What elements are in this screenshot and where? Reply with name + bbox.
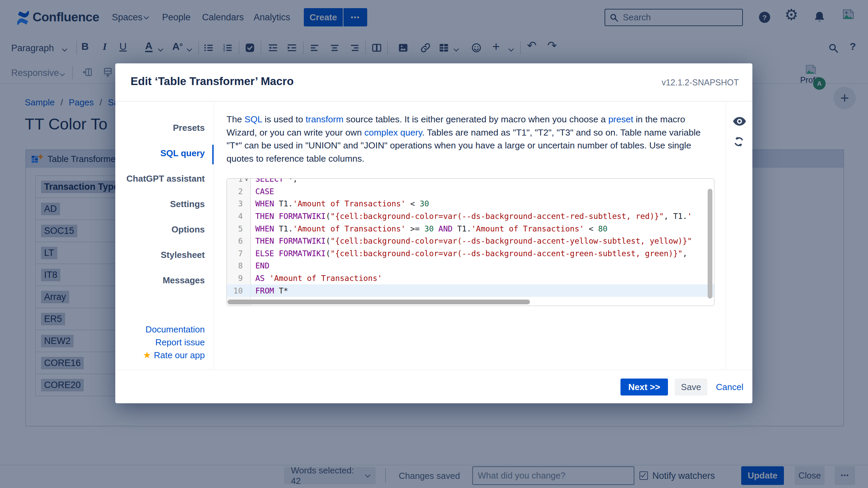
vertical-scrollbar-thumb[interactable] [708, 189, 712, 299]
documentation-link[interactable]: Documentation [115, 324, 214, 335]
code-lines: 1∨SELECT *,2CASE3WHEN T1.'Amount of Tran… [227, 178, 714, 297]
confluence-page: Confluence Spaces People Calendars Analy… [0, 0, 868, 488]
horizontal-scrollbar-thumb[interactable] [228, 300, 530, 304]
tab-chatgpt-assistant[interactable]: ChatGPT assistant [115, 174, 214, 184]
active-tab-indicator [212, 145, 214, 164]
dialog-version: v12.1.2-SNAPSHOT [662, 78, 739, 87]
code-line: 10FROM T* [227, 284, 714, 297]
rate-our-app-link[interactable]: ★Rate our app [115, 350, 214, 361]
tab-messages[interactable]: Messages [115, 275, 214, 286]
tab-presets[interactable]: Presets [115, 123, 214, 133]
description-link[interactable]: transform [305, 114, 343, 124]
code-line: 8END [227, 260, 714, 272]
code-line: 7ELSE FORMATWIKI("{cell:background-color… [227, 247, 714, 260]
code-line: 3WHEN T1.'Amount of Transactions' < 30 [227, 198, 714, 210]
cancel-button[interactable]: Cancel [713, 379, 747, 395]
report-issue-link[interactable]: Report issue [115, 337, 214, 348]
code-line: 4THEN FORMATWIKI("{cell:background-color… [227, 210, 714, 223]
sql-code-editor[interactable]: 1∨SELECT *,2CASE3WHEN T1.'Amount of Tran… [226, 178, 714, 306]
dialog-header: Edit ‘Table Transformer’ Macro v12.1.2-S… [115, 63, 752, 102]
tab-stylesheet[interactable]: Stylesheet [115, 250, 214, 260]
refresh-icon[interactable] [733, 136, 745, 149]
description-link[interactable]: complex query [364, 127, 422, 138]
next-button[interactable]: Next >> [620, 379, 668, 395]
sql-description: The SQL is used to transform source tabl… [226, 113, 712, 165]
fold-chevron-icon[interactable]: ∨ [243, 178, 250, 182]
code-line: 2CASE [227, 185, 714, 198]
description-link[interactable]: preset [608, 114, 633, 124]
code-line: 1∨SELECT *, [227, 178, 714, 185]
tab-options[interactable]: Options [115, 224, 214, 235]
star-icon: ★ [143, 350, 151, 360]
preview-eye-icon[interactable] [733, 117, 746, 127]
dialog-title: Edit ‘Table Transformer’ Macro [131, 75, 294, 88]
save-button[interactable]: Save [675, 379, 707, 395]
description-link[interactable]: SQL [244, 114, 262, 124]
tab-settings[interactable]: Settings [115, 199, 214, 209]
code-line: 9AS 'Amount of Transactions' [227, 272, 714, 285]
code-line: 5WHEN T1.'Amount of Transactions' >= 30 … [227, 222, 714, 235]
dialog-footer-divider [115, 370, 752, 370]
tab-sql-query[interactable]: SQL query [115, 148, 214, 159]
preview-rail-divider [726, 102, 726, 370]
edit-macro-dialog: Edit ‘Table Transformer’ Macro v12.1.2-S… [115, 63, 752, 403]
sidebar-divider [214, 102, 214, 370]
code-line: 6THEN FORMATWIKI("{cell:background-color… [227, 235, 714, 247]
